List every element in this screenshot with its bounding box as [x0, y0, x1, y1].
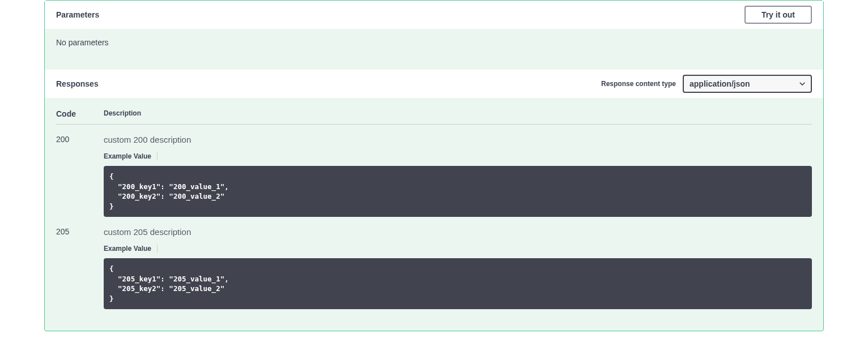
content-type-select-wrap: application/json — [683, 75, 812, 93]
parameters-header: Parameters Try it out — [45, 1, 823, 29]
parameters-body: No parameters — [45, 29, 823, 70]
parameters-title: Parameters — [56, 10, 99, 19]
example-code-block[interactable]: { "200_key1": "200_value_1", "200_key2":… — [104, 166, 812, 217]
table-row: 205 custom 205 description Example Value… — [56, 227, 812, 309]
column-header-code: Code — [56, 109, 104, 118]
response-description-cell: custom 200 description Example Value { "… — [104, 135, 812, 217]
response-code: 205 — [56, 227, 104, 309]
responses-body: Code Description 200 custom 200 descript… — [45, 98, 823, 331]
responses-table-head: Code Description — [56, 109, 812, 125]
response-description-cell: custom 205 description Example Value { "… — [104, 227, 812, 309]
responses-table: Code Description 200 custom 200 descript… — [56, 109, 812, 309]
try-it-out-button[interactable]: Try it out — [744, 6, 812, 24]
content-type-select[interactable]: application/json — [683, 75, 812, 93]
responses-header: Responses Response content type applicat… — [45, 70, 823, 98]
response-description: custom 200 description — [104, 135, 812, 144]
response-content-type-group: Response content type application/json — [601, 75, 812, 93]
column-header-description: Description — [104, 109, 812, 118]
example-value-label: Example Value — [104, 152, 158, 160]
content-type-label: Response content type — [601, 80, 676, 88]
response-description: custom 205 description — [104, 227, 812, 237]
response-code: 200 — [56, 135, 104, 217]
table-row: 200 custom 200 description Example Value… — [56, 135, 812, 217]
example-value-label: Example Value — [104, 245, 158, 253]
example-code-block[interactable]: { "205_key1": "205_value_1", "205_key2":… — [104, 258, 812, 309]
operation-panel: Parameters Try it out No parameters Resp… — [44, 0, 824, 331]
responses-title: Responses — [56, 79, 99, 88]
no-parameters-text: No parameters — [56, 38, 109, 47]
